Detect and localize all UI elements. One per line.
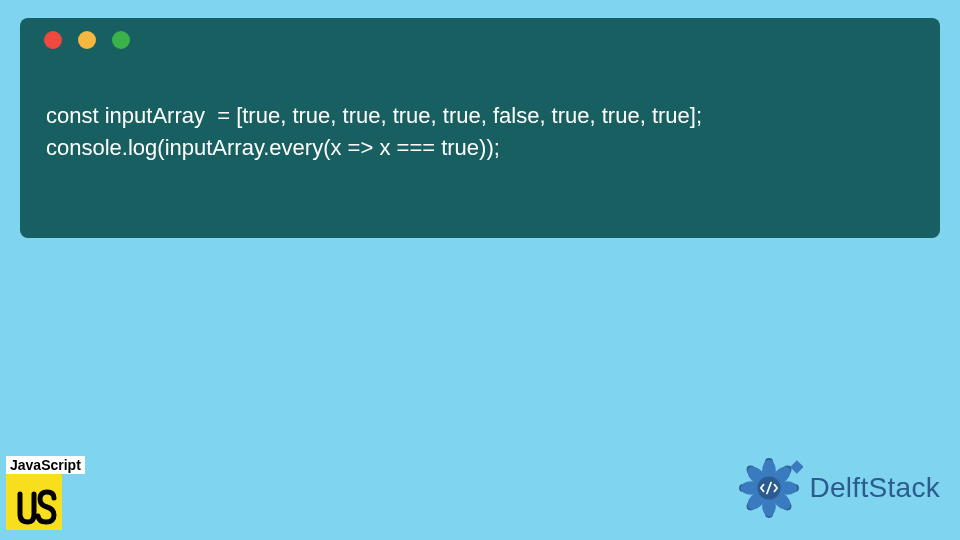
code-line: const inputArray = [true, true, true, tr…	[46, 103, 702, 128]
code-line: console.log(inputArray.every(x => x === …	[46, 135, 500, 160]
close-icon[interactable]	[44, 31, 62, 49]
javascript-badge: JavaScript	[6, 456, 85, 530]
maximize-icon[interactable]	[112, 31, 130, 49]
code-area: const inputArray = [true, true, true, tr…	[20, 62, 940, 164]
code-window: const inputArray = [true, true, true, tr…	[20, 18, 940, 238]
delftstack-logo-icon	[735, 454, 803, 522]
window-titlebar	[20, 18, 940, 62]
brand-name: DelftStack	[809, 472, 940, 504]
javascript-logo-icon	[6, 474, 62, 530]
brand: DelftStack	[735, 454, 940, 522]
minimize-icon[interactable]	[78, 31, 96, 49]
javascript-label: JavaScript	[6, 456, 85, 474]
